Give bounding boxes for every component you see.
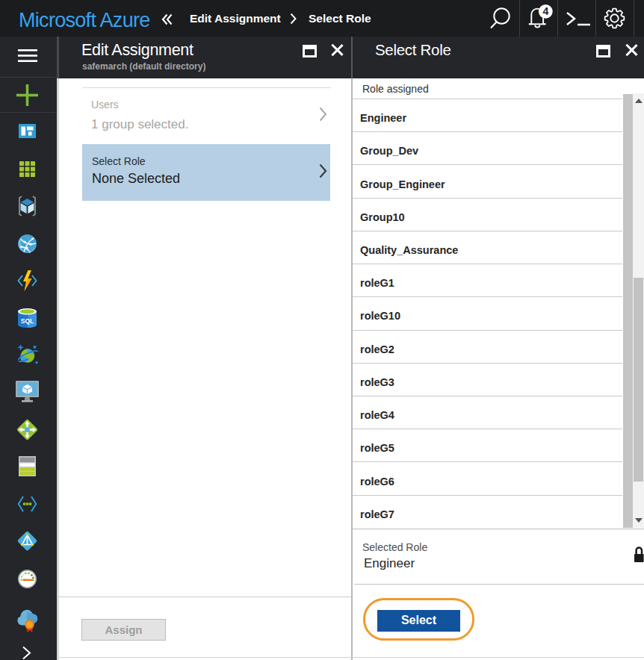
svg-text:SQL: SQL: [21, 317, 34, 325]
svg-text:4: 4: [543, 5, 549, 17]
